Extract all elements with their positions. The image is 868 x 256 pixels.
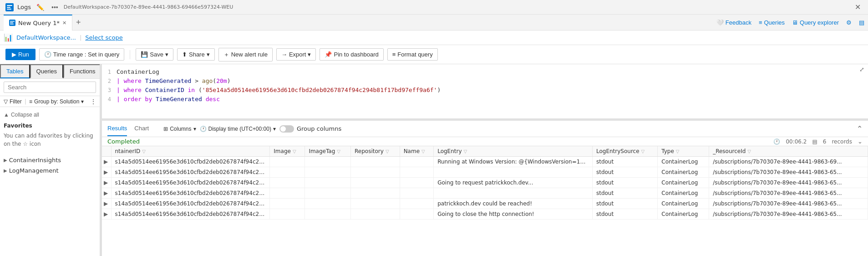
new-alert-button[interactable]: ＋ New alert rule bbox=[218, 48, 273, 61]
status-label: Completed bbox=[107, 138, 140, 145]
table-cell--resourceid: /subscriptions/7b70307e-89ee-4441-9863-6… bbox=[709, 178, 868, 188]
favorites-title: Favorites bbox=[4, 123, 96, 129]
table-row[interactable]: ▶s14a5d0514ee61956e3d610cfbd2deb0267874f… bbox=[102, 178, 868, 188]
code-token-keyword: 20m bbox=[216, 77, 227, 84]
table-cell-ntainerid: s14a5d0514ee61956e3d610cfbd2deb0267874f9… bbox=[111, 188, 270, 199]
editor-expand-button[interactable]: ⤢ bbox=[859, 66, 864, 73]
code-editor[interactable]: ⤢ 1ContainerLog2| where TimeGenerated > … bbox=[102, 64, 868, 119]
editor-area: ⤢ 1ContainerLog2| where TimeGenerated > … bbox=[102, 64, 868, 256]
breadcrumb-workspace[interactable]: DefaultWorkspace... bbox=[16, 34, 76, 41]
more-title-icon[interactable]: ••• bbox=[50, 3, 60, 12]
col-header--resourceid[interactable]: _ResourceId▽ bbox=[709, 146, 868, 157]
expand-results-button[interactable]: ⌄ bbox=[858, 138, 863, 145]
table-cell-logentry: Going to close the http connection! bbox=[434, 209, 593, 220]
sidebar-tab-tables[interactable]: Tables bbox=[0, 64, 30, 78]
records-icon: ▤ bbox=[812, 138, 817, 145]
table-cell-type: ContainerLog bbox=[658, 167, 709, 178]
col-header-repository[interactable]: Repository▽ bbox=[351, 146, 400, 157]
layout-button[interactable]: ▤ bbox=[859, 19, 864, 26]
app-title: Logs bbox=[17, 4, 31, 10]
status-right: 🕐 00:06.2 ▤ 6 records ⌄ bbox=[773, 138, 863, 145]
table-cell-logentry bbox=[434, 167, 593, 178]
col-header-name[interactable]: Name▽ bbox=[400, 146, 434, 157]
line-number: 2 bbox=[102, 78, 117, 84]
table-cell-type: ContainerLog bbox=[658, 178, 709, 188]
share-button[interactable]: ⬆ Share ▾ bbox=[177, 48, 215, 61]
settings-button[interactable]: ⚙ bbox=[846, 19, 852, 26]
table-cell-type: ContainerLog bbox=[658, 199, 709, 209]
col-header-imagetag[interactable]: ImageTag▽ bbox=[305, 146, 351, 157]
results-tab-chart[interactable]: Chart bbox=[134, 121, 149, 136]
results-tab-results[interactable]: Results bbox=[107, 121, 127, 136]
sidebar-options-button[interactable]: ⋮ bbox=[91, 98, 96, 105]
row-expand-button[interactable]: ▶ bbox=[102, 188, 111, 199]
table-row[interactable]: ▶s14a5d0514ee61956e3d610cfbd2deb0267874f… bbox=[102, 199, 868, 209]
table-cell-name bbox=[400, 209, 434, 220]
table-cell-logentry: Running at Windows Version: @{WindowsVer… bbox=[434, 157, 593, 167]
code-line: 3| where ContainerID in ('85e14a5d0514ee… bbox=[102, 86, 868, 95]
row-expand-button[interactable]: ▶ bbox=[102, 209, 111, 220]
table-cell-logentrysource: stdout bbox=[592, 209, 657, 220]
queries-button[interactable]: ≡ Queries bbox=[759, 19, 785, 26]
edit-title-icon[interactable]: ✏️ bbox=[35, 3, 46, 12]
table-row[interactable]: ▶s14a5d0514ee61956e3d610cfbd2deb0267874f… bbox=[102, 167, 868, 178]
table-row[interactable]: ▶s14a5d0514ee61956e3d610cfbd2deb0267874f… bbox=[102, 157, 868, 167]
row-expand-button[interactable]: ▶ bbox=[102, 199, 111, 209]
sidebar-tab-functions[interactable]: Functions bbox=[63, 64, 100, 78]
run-button[interactable]: ▶ Run bbox=[5, 49, 36, 60]
search-input[interactable] bbox=[4, 82, 96, 93]
format-icon: ≡ bbox=[392, 51, 396, 58]
clock-icon: 🕐 bbox=[44, 51, 51, 58]
group-columns-toggle[interactable] bbox=[279, 125, 294, 133]
table-cell-ntainerid: s14a5d0514ee61956e3d610cfbd2deb0267874f9… bbox=[111, 157, 270, 167]
table-cell-logentry: patrickkoch.dev could be reached! bbox=[434, 199, 593, 209]
feedback-button[interactable]: 🤍 Feedback bbox=[716, 19, 751, 26]
table-cell-ntainerid: s14a5d0514ee61956e3d610cfbd2deb0267874f9… bbox=[111, 178, 270, 188]
tab-new-query[interactable]: New Query 1* ✕ bbox=[4, 15, 72, 31]
sidebar-item-log-management[interactable]: ▶ LogManagement bbox=[4, 165, 96, 176]
col-header-ntainerid[interactable]: ntainerID▽ bbox=[111, 146, 270, 157]
tab-close-button[interactable]: ✕ bbox=[62, 20, 66, 26]
results-table: ntainerID▽Image▽ImageTag▽Repository▽Name… bbox=[102, 146, 868, 220]
collapse-all-button[interactable]: ▲ Collapse all bbox=[4, 111, 39, 119]
table-cell-imagetag bbox=[305, 209, 351, 220]
columns-button[interactable]: ⊞ Columns ▾ bbox=[163, 126, 196, 132]
table-cell-image bbox=[270, 178, 305, 188]
pin-dashboard-button[interactable]: 📌 Pin to dashboard bbox=[320, 48, 383, 61]
code-content: | where ContainerID in ('85e14a5d0514ee6… bbox=[117, 87, 441, 93]
table-cell-image bbox=[270, 188, 305, 199]
select-scope-link[interactable]: Select scope bbox=[85, 34, 122, 41]
col-header-logentrysource[interactable]: LogEntrySource▽ bbox=[592, 146, 657, 157]
sidebar-tabs: Tables Queries Functions ••• « bbox=[0, 64, 100, 79]
code-content: | order by TimeGenerated desc bbox=[117, 96, 220, 102]
group-dropdown-icon: ▾ bbox=[81, 98, 84, 105]
col-header-type[interactable]: Type▽ bbox=[658, 146, 709, 157]
query-explorer-button[interactable]: 🖥 Query explorer bbox=[792, 19, 839, 26]
save-button[interactable]: 💾 Save ▾ bbox=[136, 48, 173, 61]
sidebar-tab-queries[interactable]: Queries bbox=[30, 64, 64, 78]
close-window-button[interactable]: ✕ bbox=[853, 2, 863, 12]
display-time-button[interactable]: 🕐 Display time (UTC+00:00) ▾ bbox=[200, 126, 276, 132]
sidebar-item-container-insights[interactable]: ▶ ContainerInsights bbox=[4, 155, 96, 165]
time-range-button[interactable]: 🕐 Time range : Set in query bbox=[39, 48, 124, 61]
collapse-results-button[interactable]: ⌃ bbox=[857, 124, 863, 133]
table-row[interactable]: ▶s14a5d0514ee61956e3d610cfbd2deb0267874f… bbox=[102, 209, 868, 220]
code-token-default: ) bbox=[227, 77, 231, 84]
col-header-logentry[interactable]: LogEntry▽ bbox=[434, 146, 593, 157]
table-row[interactable]: ▶s14a5d0514ee61956e3d610cfbd2deb0267874f… bbox=[102, 188, 868, 199]
row-expand-button[interactable]: ▶ bbox=[102, 178, 111, 188]
row-expand-button[interactable]: ▶ bbox=[102, 157, 111, 167]
group-by-button[interactable]: ≡ Group by: Solution ▾ bbox=[29, 98, 84, 105]
row-expand-button[interactable]: ▶ bbox=[102, 167, 111, 178]
col-header-image[interactable]: Image▽ bbox=[270, 146, 305, 157]
table-cell-imagetag bbox=[305, 199, 351, 209]
filter-button[interactable]: ▽ Filter bbox=[4, 98, 22, 105]
table-cell-image bbox=[270, 157, 305, 167]
tab-add-button[interactable]: + bbox=[72, 18, 85, 27]
table-cell-name bbox=[400, 199, 434, 209]
query-tab-icon bbox=[9, 20, 15, 26]
export-button[interactable]: → Export ▾ bbox=[276, 48, 316, 61]
code-line: 1ContainerLog bbox=[102, 68, 868, 77]
format-query-button[interactable]: ≡ Format query bbox=[387, 48, 438, 61]
share-icon: ⬆ bbox=[182, 51, 187, 58]
